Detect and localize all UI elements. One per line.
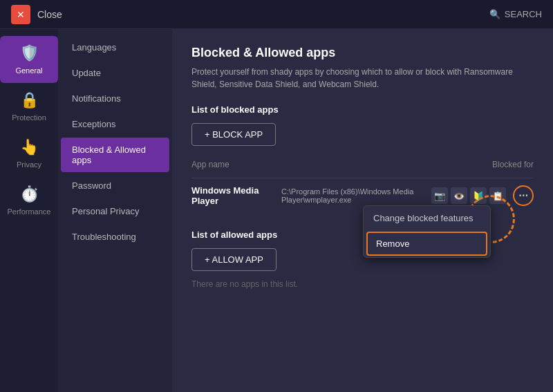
sub-item-languages[interactable]: Languages: [61, 35, 169, 59]
performance-icon: ⏱️: [20, 185, 39, 203]
options-dropdown: Change blocked features Remove: [363, 205, 491, 258]
nav-item-privacy[interactable]: 👆 Privacy: [0, 130, 58, 177]
ransomware-shield-icon: 🔰: [470, 187, 487, 204]
sub-item-troubleshooting[interactable]: Troubleshooting: [61, 225, 169, 249]
nav-item-general[interactable]: 🛡️ General: [0, 36, 58, 83]
nav-item-protection[interactable]: 🔒 Protection: [0, 83, 58, 130]
remove-item[interactable]: Remove: [366, 232, 487, 256]
search-button[interactable]: 🔍 SEARCH: [489, 9, 542, 19]
nav-item-protection-label: Protection: [12, 113, 46, 122]
sub-item-blocked-allowed[interactable]: Blocked & Allowed apps: [61, 138, 169, 172]
block-app-button[interactable]: + BLOCK APP: [191, 123, 276, 146]
blocked-icons: 📷 👁️ 🔰 📋 ⋯: [431, 185, 534, 206]
nav-sidebar: 🛡️ General 🔒 Protection 👆 Privacy ⏱️ Per…: [0, 29, 58, 392]
window-title: Close: [37, 9, 62, 20]
title-bar-left: ✕ Close: [11, 5, 62, 24]
main-container: 🛡️ General 🔒 Protection 👆 Privacy ⏱️ Per…: [0, 29, 553, 392]
blocked-section-title: List of blocked apps: [191, 104, 534, 115]
app-path: C:\Program Files (x86)\Windows Media Pla…: [281, 187, 431, 204]
allow-app-button[interactable]: + ALLOW APP: [191, 248, 276, 271]
general-icon: 🛡️: [20, 44, 39, 62]
search-label: SEARCH: [505, 9, 542, 19]
title-bar: ✕ Close 🔍 SEARCH: [0, 0, 553, 29]
nav-item-general-label: General: [15, 66, 42, 75]
more-options-button[interactable]: ⋯: [513, 185, 534, 206]
nav-item-performance[interactable]: ⏱️ Performance: [0, 177, 58, 224]
sub-item-password[interactable]: Password: [61, 174, 169, 198]
eye-shield-icon: 👁️: [451, 187, 467, 204]
sub-item-personal-privacy[interactable]: Personal Privacy: [61, 199, 169, 223]
app-name: Windows Media Player: [191, 185, 281, 206]
webcam-shield-icon: 📷: [431, 187, 448, 204]
close-button[interactable]: ✕: [11, 5, 30, 24]
nav-item-performance-label: Performance: [8, 207, 51, 216]
sub-item-notifications[interactable]: Notifications: [61, 86, 169, 111]
sub-item-exceptions[interactable]: Exceptions: [61, 112, 169, 136]
table-header: App name Blocked for: [191, 157, 534, 172]
col-blocked-for: Blocked for: [492, 160, 534, 169]
empty-list-message: There are no apps in this list.: [191, 279, 534, 289]
page-description: Protect yourself from shady apps by choo…: [191, 66, 534, 91]
privacy-icon: 👆: [20, 138, 39, 156]
page-title: Blocked & Allowed apps: [191, 46, 534, 60]
sub-sidebar: Languages Update Notifications Exception…: [58, 29, 172, 392]
sub-item-update[interactable]: Update: [61, 61, 169, 85]
protection-icon: 🔒: [20, 91, 39, 109]
nav-item-privacy-label: Privacy: [17, 160, 41, 169]
col-app-name: App name: [191, 160, 229, 169]
data-shield-icon: 📋: [489, 187, 506, 204]
content-area: Blocked & Allowed apps Protect yourself …: [172, 29, 553, 392]
change-blocked-features-item[interactable]: Change blocked features: [364, 206, 490, 230]
search-icon: 🔍: [489, 9, 500, 19]
